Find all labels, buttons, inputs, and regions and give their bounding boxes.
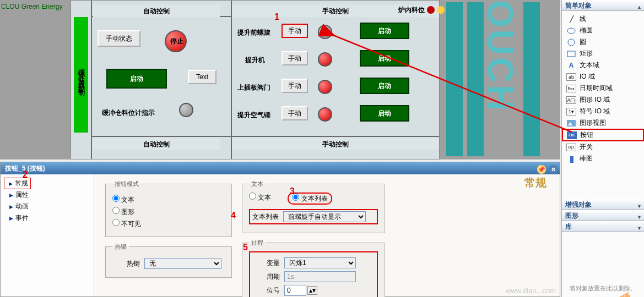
toolbox-panel: 简单对象▲ ╱线 椭圆 圆 矩形 A文本域 abIO 域 5₁₂日期时间域 A▢…: [561, 0, 644, 297]
tool-rect[interactable]: 矩形: [562, 48, 644, 59]
hotkey-label: 热键: [112, 259, 140, 268]
var-label: 变量: [252, 258, 280, 268]
row-start-button[interactable]: 启动: [360, 78, 409, 94]
tool-switch[interactable]: 0|1开关: [562, 141, 644, 153]
tree-node-events[interactable]: 事件: [4, 212, 90, 224]
cycle-field: [284, 271, 356, 282]
separator: [231, 1, 232, 159]
svg-point-1: [568, 39, 575, 46]
ellipse-icon: [566, 27, 576, 35]
separator: [91, 136, 439, 137]
annot-5: 5: [243, 243, 248, 252]
textlist-select[interactable]: 前螺旋手自动显示: [283, 211, 366, 222]
row-manual-button[interactable]: 手动: [282, 51, 308, 65]
datetime-icon: 5₁₂: [566, 85, 576, 92]
mode-invis-radio[interactable]: 不可见: [112, 219, 225, 229]
io-icon: ab: [566, 73, 576, 81]
tool-datetime[interactable]: 5₁₂日期时间域: [562, 82, 644, 94]
toolbox-header-gfx[interactable]: 图形▼: [562, 210, 644, 221]
row-label: 提升空气锤: [237, 111, 270, 120]
tool-circle[interactable]: 圆: [562, 36, 644, 48]
toolbox-list: ╱线 椭圆 圆 矩形 A文本域 abIO 域 5₁₂日期时间域 A▢图形 IO …: [562, 11, 644, 167]
circle-icon: [566, 38, 576, 46]
row-manual-button[interactable]: 手动: [282, 79, 308, 93]
text-button[interactable]: Text: [188, 70, 217, 84]
row-label: 提升前螺旋: [237, 28, 270, 37]
symbolio-icon: 1▾: [566, 108, 576, 116]
gfxview-icon: [566, 119, 576, 127]
tool-gfxio[interactable]: A▢图形 IO 域: [562, 94, 644, 106]
tool-bar[interactable]: 棒图: [562, 153, 644, 164]
manual-status-button[interactable]: 手动状态: [98, 30, 140, 47]
separator: [91, 1, 92, 159]
cycle-label: 周期: [252, 272, 280, 282]
property-form: 常规 按钮模式 文本 图形 不可见 热键 热键: [94, 174, 560, 296]
toolbox-header-enh[interactable]: 增强对象▼: [562, 199, 644, 210]
row-lamp: [318, 25, 332, 39]
toolbox-header-simple[interactable]: 简单对象▲: [562, 0, 644, 11]
tree-node-anim[interactable]: 动画: [4, 201, 90, 212]
svg-rect-5: [570, 156, 573, 163]
text-radio[interactable]: 文本: [249, 193, 271, 205]
tool-iofield[interactable]: abIO 域: [562, 71, 644, 82]
text-icon: A: [566, 62, 576, 69]
tool-line[interactable]: ╱线: [562, 13, 644, 25]
group-legend: 按钮模式: [112, 180, 141, 188]
zone-header-auto: 自动控制: [93, 138, 220, 150]
pin-icon[interactable]: 📌: [537, 165, 546, 174]
furnace-indicator: 炉内料位: [398, 4, 445, 16]
zone-header-label: 手动控制: [322, 7, 349, 15]
brand-logo: CLOU Green Energy: [1, 1, 67, 12]
annot-4: 4: [231, 211, 236, 221]
hmi-panel: 缓冲仓加料控制 自动控制 手动控制 炉内料位 手动状态 停止 启动 Text 缓…: [71, 0, 440, 160]
row-lamp: [318, 107, 332, 122]
chevron-icon: ▲: [637, 2, 642, 13]
text-group: 文本 文本 文本列表 文本列表 前螺旋手自动显示: [242, 180, 385, 233]
chevron-icon: ▼: [637, 223, 642, 234]
hotkey-group: 热键 热键 无: [105, 243, 232, 278]
tool-gfxview[interactable]: 图形视图: [562, 117, 644, 129]
bit-field[interactable]: [284, 285, 306, 296]
property-title-bar: 按钮_5 (按钮) 📌 ✕: [1, 162, 560, 174]
zone-header-auto: 自动控制: [93, 5, 220, 17]
row-start-button[interactable]: 启动: [360, 23, 409, 39]
zone-header-manual: 手动控制 炉内料位: [232, 5, 439, 17]
lamp-icon: [437, 6, 445, 14]
row-manual-button[interactable]: 手动: [282, 106, 308, 120]
annot-1: 1: [274, 12, 279, 22]
tree-node-props[interactable]: 属性: [4, 189, 90, 201]
row-start-button[interactable]: 启动: [360, 105, 409, 122]
switch-icon: 0|1: [566, 144, 576, 151]
close-icon[interactable]: ✕: [549, 165, 558, 174]
selected-manual-button[interactable]: 手动: [282, 24, 308, 38]
tool-ellipse[interactable]: 椭圆: [562, 25, 644, 36]
deco-bar: [446, 2, 463, 156]
spinner-icon[interactable]: ▴▾: [307, 286, 317, 295]
process-group: 过程 变量 闪烁1 周期 位号: [242, 239, 385, 297]
mode-text-radio[interactable]: 文本: [112, 195, 225, 205]
level-lamp: [179, 103, 193, 117]
watermark-url: www.dian...com: [506, 287, 556, 295]
tool-textfield[interactable]: A文本域: [562, 59, 644, 71]
svg-point-0: [567, 28, 575, 34]
group-legend: 文本: [249, 180, 266, 188]
tool-symbolio[interactable]: 1▾符号 IO 域: [562, 106, 644, 117]
mode-gfx-radio[interactable]: 图形: [112, 207, 225, 217]
button-icon: OK: [567, 131, 577, 139]
hotkey-select[interactable]: 无: [144, 258, 221, 269]
line-icon: ╱: [566, 15, 576, 23]
svg-rect-3: [567, 120, 576, 127]
row-start-button[interactable]: 启动: [360, 50, 409, 67]
auto-start-button[interactable]: 启动: [106, 69, 167, 89]
tool-button[interactable]: OK按钮: [562, 129, 644, 141]
svg-rect-2: [567, 51, 575, 57]
button-mode-group: 按钮模式 文本 图形 不可见: [105, 180, 232, 237]
textlist-label: 文本列表: [251, 212, 279, 222]
toolbox-header-lib[interactable]: 库▼: [562, 221, 644, 232]
lamp-icon: [427, 6, 435, 14]
brand-text: CLOU Green Energy: [1, 3, 62, 10]
deco-bar: [523, 2, 540, 156]
property-heading: 常规: [524, 175, 546, 190]
zone-header-manual: 手动控制: [232, 138, 439, 150]
var-select[interactable]: 闪烁1: [284, 257, 356, 268]
